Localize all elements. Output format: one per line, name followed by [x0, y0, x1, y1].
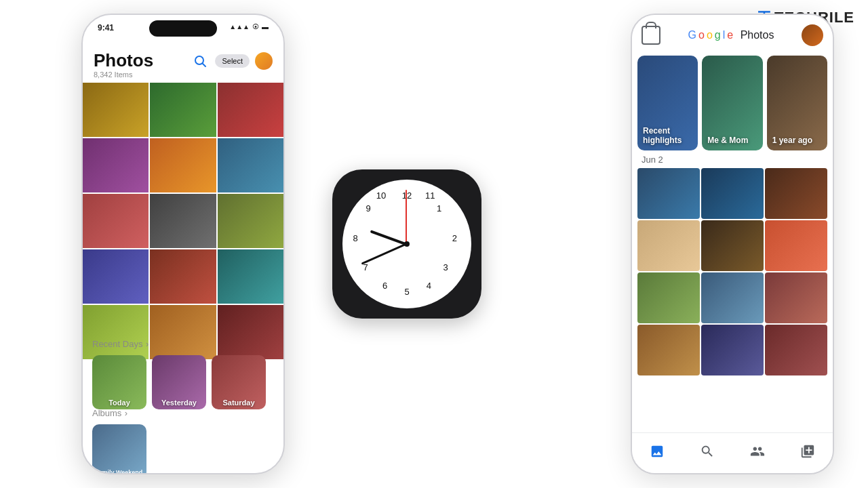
year-ago-label: 1 year ago — [772, 136, 812, 145]
photo-cell[interactable] — [83, 194, 149, 248]
photo-grid — [83, 83, 283, 359]
photo-cell[interactable] — [218, 194, 283, 248]
svg-line-1 — [203, 64, 205, 66]
album-label: Family Weekend — [95, 469, 142, 473]
clock-num-1: 1 — [437, 203, 441, 213]
photo-cell[interactable] — [150, 83, 216, 137]
albums-section: Albums › Family Weekend — [83, 407, 283, 473]
gp-photo-cell[interactable] — [637, 220, 700, 271]
recent-highlights-label: Recent highlights — [643, 126, 698, 145]
signal-icon: ▲▲▲ — [229, 23, 250, 30]
svg-point-0 — [195, 56, 203, 64]
search-icon — [193, 54, 207, 68]
day-saturday-label: Saturday — [212, 399, 266, 407]
logo-o1: o — [698, 29, 705, 41]
logo-o2: o — [707, 29, 713, 41]
clock-num-3: 3 — [443, 262, 448, 272]
gp-photo-cell[interactable] — [701, 168, 764, 219]
photo-cell[interactable] — [83, 249, 149, 304]
clock-face: 12 1 2 3 4 5 6 7 8 9 10 11 — [342, 180, 471, 308]
iphone-mockup: 9:41 ▲▲▲ ⦿ ▬ Photos Select 8,342 I — [81, 14, 285, 474]
recent-days-section: Recent Days › Today Yesterday Saturday — [83, 338, 283, 409]
day-thumb-saturday[interactable]: Saturday — [212, 355, 266, 409]
photos-app-title: Photos — [94, 50, 153, 71]
clock-num-10: 10 — [376, 190, 386, 200]
nav-sharing[interactable] — [745, 441, 770, 465]
photos-count: 8,342 Items — [94, 70, 132, 79]
albums-title[interactable]: Albums › — [92, 407, 274, 419]
gp-photo-cell[interactable] — [637, 272, 700, 323]
clock-app-icon[interactable]: 12 1 2 3 4 5 6 7 8 9 10 11 — [332, 169, 481, 319]
photos-word: Photos — [741, 29, 774, 41]
clock-minute-hand — [361, 243, 406, 265]
logo-g: G — [688, 29, 696, 41]
gp-photo-cell[interactable] — [765, 168, 827, 219]
clock-num-9: 9 — [366, 203, 370, 213]
highlights-row: Recent highlights Me & Mom 1 year ago — [632, 56, 833, 150]
gp-photo-cell[interactable] — [701, 272, 764, 323]
clock-num-12: 12 — [402, 190, 412, 200]
status-icons: ▲▲▲ ⦿ ▬ — [229, 23, 269, 30]
clock-hour-hand — [370, 230, 406, 245]
photo-cell[interactable] — [150, 194, 216, 248]
days-row: Today Yesterday Saturday — [92, 355, 274, 409]
shopping-bag-icon[interactable] — [642, 26, 660, 45]
photo-cell[interactable] — [218, 83, 283, 137]
recent-days-title[interactable]: Recent Days › — [92, 338, 274, 350]
battery-icon: ▬ — [262, 23, 269, 30]
status-time: 9:41 — [98, 23, 114, 33]
select-button[interactable]: Select — [215, 54, 250, 68]
search-nav-icon — [700, 444, 715, 462]
gp-photo-cell[interactable] — [765, 272, 827, 323]
day-thumb-yesterday[interactable]: Yesterday — [152, 355, 206, 409]
logo-l: l — [723, 29, 726, 41]
gphone-screen: Google Photos Recent highlights Me & Mom… — [632, 15, 833, 473]
photo-cell[interactable] — [218, 249, 283, 304]
photo-cell[interactable] — [83, 138, 149, 192]
gp-photo-cell[interactable] — [765, 220, 827, 271]
clock-num-8: 8 — [353, 232, 357, 243]
library-nav-icon — [800, 444, 815, 462]
gp-photo-grid — [632, 168, 833, 375]
wifi-icon: ⦿ — [252, 23, 259, 30]
clock-background: 12 1 2 3 4 5 6 7 8 9 10 11 — [332, 169, 481, 319]
album-thumb[interactable]: Family Weekend — [92, 424, 146, 473]
user-avatar-button[interactable] — [255, 52, 273, 70]
google-photos-logo: Google Photos — [688, 29, 774, 41]
day-thumb-today[interactable]: Today — [92, 355, 146, 409]
gp-photo-cell[interactable] — [701, 325, 764, 375]
nav-library[interactable] — [795, 441, 821, 465]
clock-num-11: 11 — [425, 190, 435, 200]
day-yesterday-label: Yesterday — [152, 399, 206, 407]
photo-cell[interactable] — [150, 138, 216, 192]
gp-photo-cell[interactable] — [701, 220, 764, 271]
photos-header-icons: Select — [191, 52, 273, 70]
photo-cell[interactable] — [150, 249, 216, 304]
highlight-card-recent[interactable]: Recent highlights — [637, 56, 698, 150]
nav-search[interactable] — [694, 441, 720, 465]
gp-photo-cell[interactable] — [637, 325, 700, 375]
clock-center-dot — [404, 241, 410, 247]
clock-num-2: 2 — [452, 232, 457, 243]
day-today-label: Today — [92, 399, 146, 407]
gp-photo-cell[interactable] — [637, 168, 700, 219]
album-row: Family Weekend — [92, 424, 274, 473]
logo-g2: g — [715, 29, 721, 41]
highlight-card-year-ago[interactable]: 1 year ago — [767, 56, 827, 150]
logo-e: e — [727, 29, 733, 41]
photos-search-button[interactable] — [191, 52, 210, 70]
nav-photos[interactable] — [644, 441, 670, 465]
photos-nav-icon — [650, 444, 665, 462]
photo-cell[interactable] — [218, 138, 283, 192]
photo-cell[interactable] — [83, 83, 149, 137]
photos-header: Photos Select — [83, 45, 283, 74]
clock-num-6: 6 — [382, 280, 387, 290]
highlight-card-mom[interactable]: Me & Mom — [702, 56, 762, 150]
gp-header: Google Photos — [632, 15, 833, 56]
gp-photo-cell[interactable] — [765, 325, 827, 375]
iphone-screen: 9:41 ▲▲▲ ⦿ ▬ Photos Select 8,342 I — [83, 15, 283, 473]
clock-num-5: 5 — [404, 287, 409, 297]
gp-bottom-nav — [632, 432, 833, 473]
gp-user-avatar[interactable] — [802, 24, 823, 46]
gp-date-label: Jun 2 — [642, 155, 663, 165]
